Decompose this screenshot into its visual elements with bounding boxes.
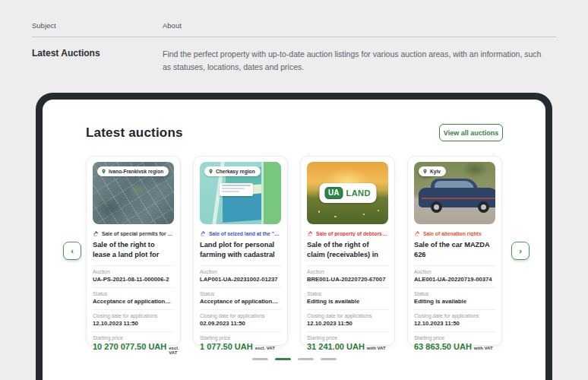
table-row: Latest Auctions Find the perfect propert… [32, 37, 556, 74]
page-header-section: Subject About Latest Auctions Find the p… [32, 21, 556, 74]
auction-category: Sale of property of debtors in bankru... [307, 230, 388, 236]
price-section: Starting price 31 241.00 UAH with VAT [307, 331, 388, 351]
closing-date-section: Closing date for applications 12.10.2023… [307, 309, 388, 327]
carousel-prev-button[interactable]: ‹ [63, 242, 81, 260]
row-subject: Latest Auctions [32, 48, 163, 74]
price-value: 31 241.00 UAH [307, 342, 365, 351]
auction-id-label: Auction [307, 269, 388, 274]
carousel-pagination [43, 358, 545, 360]
status-section: Status Editing is available [414, 287, 495, 305]
closing-date-value: 12.10.2023 11:50 [414, 320, 495, 327]
auction-image-car-photo: Kyiv [414, 162, 495, 224]
vat-note: excl. VAT [169, 346, 179, 355]
auction-category: Sale of alienation rights [414, 230, 495, 236]
closing-date-section: Closing date for applications 12.10.2023… [93, 309, 174, 327]
closing-date-section: Closing date for applications 02.09.2023… [200, 309, 281, 327]
status-section: Status Acceptance of applications for p.… [93, 287, 174, 305]
pagination-bar[interactable] [298, 358, 314, 360]
vat-note: excl. VAT [255, 346, 275, 350]
status-label: Status [200, 291, 281, 296]
carousel-next-button[interactable]: › [511, 242, 530, 260]
row-about: Find the perfect property with up-to-dat… [163, 48, 546, 74]
region-badge-label: Ivano-Frankivsk region [109, 169, 163, 174]
location-pin-icon [101, 169, 106, 174]
price-label: Starting price [414, 335, 495, 340]
status-value: Acceptance of applications for p... [93, 298, 174, 305]
pagination-bar[interactable] [321, 358, 337, 360]
closing-date-label: Closing date for applications [93, 313, 174, 318]
auction-id-value: LAP001-UA-20231002-01237 [200, 276, 281, 283]
auction-title: Sale of the right to lease a land plot f… [93, 240, 174, 261]
auction-id-section: Auction ALE001-UA-20220719-00374 [414, 265, 495, 283]
price-value: 10 270 077.50 UAH [93, 342, 166, 351]
auction-card[interactable]: UA LAND Sale of property of debtors in b… [300, 156, 395, 346]
table-header-row: Subject About [32, 21, 556, 37]
status-value: Editing is available [307, 298, 388, 305]
auction-title: Sale of the right of claim (receivables)… [307, 240, 388, 261]
price-label: Starting price [93, 335, 174, 340]
location-pin-icon [208, 169, 213, 174]
price-label: Starting price [200, 335, 281, 340]
auction-card-list: Ivano-Frankivsk region Sale of special p… [86, 156, 502, 346]
status-label: Status [307, 291, 388, 296]
auction-id-section: Auction UA-PS-2021-08-11-000006-2 [93, 265, 174, 283]
closing-date-label: Closing date for applications [414, 313, 495, 318]
view-all-auctions-button[interactable]: View all auctions [439, 124, 503, 141]
closing-date-label: Closing date for applications [307, 313, 388, 318]
pagination-bar[interactable] [252, 358, 268, 360]
price-label: Starting price [307, 335, 388, 340]
ua-land-logo: UA LAND [319, 183, 376, 203]
logo-land-text: LAND [346, 189, 371, 198]
region-badge: Cherkasy region [204, 166, 261, 176]
status-label: Status [414, 291, 495, 296]
location-pin-icon [422, 169, 428, 174]
auction-title: Sale of the car MAZDA 626 [414, 240, 495, 261]
gavel-icon [200, 230, 206, 236]
auction-id-label: Auction [93, 269, 174, 274]
auction-id-section: Auction BRE001-UA-20220720-67007 [307, 265, 388, 283]
map-tooltip [220, 183, 253, 196]
closing-date-section: Closing date for applications 12.10.2023… [414, 309, 495, 327]
auction-id-value: UA-PS-2021-08-11-000006-2 [93, 276, 174, 283]
widget-title: Latest auctions [86, 125, 183, 141]
auction-card[interactable]: Ivano-Frankivsk region Sale of special p… [86, 156, 181, 346]
auction-card[interactable]: Kyiv Sale of alienation rights Sale of t… [407, 156, 502, 346]
auction-category: Sale of seized land at the "English pr..… [200, 230, 281, 236]
region-badge-label: Kyiv [430, 169, 441, 174]
price-value: 63 863.50 UAH [414, 342, 472, 351]
gavel-icon [307, 230, 313, 236]
region-badge-label: Cherkasy region [216, 169, 255, 174]
status-value: Editing is available [414, 298, 495, 305]
auction-id-section: Auction LAP001-UA-20231002-01237 [200, 265, 281, 283]
auction-image-satellite-map: Ivano-Frankivsk region [93, 162, 174, 224]
auction-id-value: BRE001-UA-20220720-67007 [307, 276, 388, 283]
auction-image-sunflower-field: UA LAND [307, 162, 388, 224]
region-badge: Kyiv [419, 166, 446, 176]
auction-card[interactable]: Cherkasy region Sale of seized land at t… [193, 156, 288, 346]
pagination-bar[interactable] [275, 358, 291, 360]
status-value: Acceptance of applications for p... [200, 298, 281, 305]
logo-ua-mark: UA [324, 187, 343, 199]
auction-image-cadastral-map: Cherkasy region [200, 162, 281, 224]
price-section: Starting price 63 863.50 UAH with VAT [414, 331, 495, 351]
auction-category: Sale of special permits for subsoil use [93, 230, 174, 236]
column-header-about: About [163, 21, 182, 30]
gavel-icon [93, 230, 99, 236]
gavel-icon [414, 230, 420, 236]
auction-id-label: Auction [414, 269, 495, 274]
price-value: 1 077.50 UAH [200, 342, 253, 351]
browser-frame: Latest auctions View all auctions Ivano-… [36, 93, 552, 380]
column-header-subject: Subject [32, 21, 163, 30]
status-label: Status [93, 291, 174, 296]
price-section: Starting price 1 077.50 UAH excl. VAT [200, 331, 281, 351]
status-section: Status Acceptance of applications for p.… [200, 287, 281, 305]
auction-title: Land plot for personal farming with cada… [200, 240, 281, 261]
auction-id-value: ALE001-UA-20220719-00374 [414, 276, 495, 283]
auction-id-label: Auction [200, 269, 281, 274]
closing-date-value: 12.10.2023 11:50 [93, 320, 174, 327]
vat-note: with VAT [474, 346, 493, 350]
status-section: Status Editing is available [307, 287, 388, 305]
closing-date-value: 02.09.2023 11:50 [200, 320, 281, 327]
closing-date-value: 12.10.2023 11:50 [307, 320, 388, 327]
region-badge: Ivano-Frankivsk region [97, 166, 169, 176]
